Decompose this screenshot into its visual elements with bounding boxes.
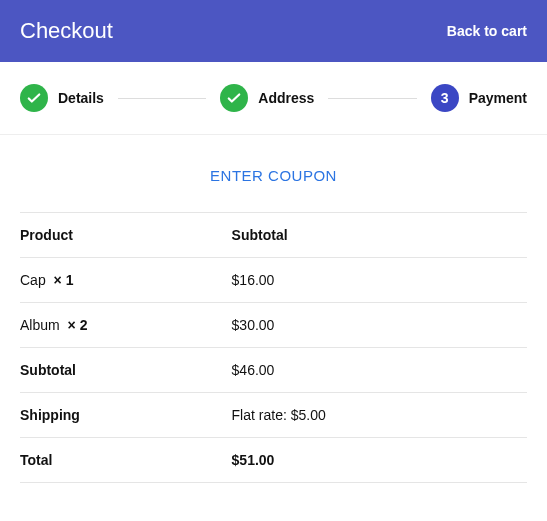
- line-item-name: Cap × 1: [20, 258, 232, 303]
- line-item-qty: × 1: [54, 272, 74, 288]
- total-row: Total $51.00: [20, 438, 527, 483]
- step-payment[interactable]: 3 Payment: [431, 84, 527, 112]
- step-label: Address: [258, 90, 314, 106]
- check-icon: [20, 84, 48, 112]
- shipping-label: Shipping: [20, 393, 232, 438]
- subtotal-value: $46.00: [232, 348, 527, 393]
- table-row: Album × 2 $30.00: [20, 303, 527, 348]
- step-label: Details: [58, 90, 104, 106]
- checkout-main: ENTER COUPON Product Subtotal Cap × 1 $1…: [0, 135, 547, 513]
- subtotal-label: Subtotal: [20, 348, 232, 393]
- line-item-price: $30.00: [232, 303, 527, 348]
- back-to-cart-link[interactable]: Back to cart: [447, 23, 527, 39]
- shipping-row: Shipping Flat rate: $5.00: [20, 393, 527, 438]
- total-label: Total: [20, 438, 232, 483]
- total-value: $51.00: [232, 438, 527, 483]
- step-address[interactable]: Address: [220, 84, 314, 112]
- table-row: Cap × 1 $16.00: [20, 258, 527, 303]
- checkout-header: Checkout Back to cart: [0, 0, 547, 62]
- step-divider: [118, 98, 206, 99]
- step-label: Payment: [469, 90, 527, 106]
- table-header-row: Product Subtotal: [20, 213, 527, 258]
- step-number-icon: 3: [431, 84, 459, 112]
- checkout-steps: Details Address 3 Payment: [0, 62, 547, 135]
- shipping-value: Flat rate: $5.00: [232, 393, 527, 438]
- order-summary-table: Product Subtotal Cap × 1 $16.00 Album × …: [20, 212, 527, 483]
- col-subtotal: Subtotal: [232, 213, 527, 258]
- step-details[interactable]: Details: [20, 84, 104, 112]
- line-item-qty: × 2: [68, 317, 88, 333]
- check-icon: [220, 84, 248, 112]
- col-product: Product: [20, 213, 232, 258]
- subtotal-row: Subtotal $46.00: [20, 348, 527, 393]
- page-title: Checkout: [20, 18, 113, 44]
- line-item-price: $16.00: [232, 258, 527, 303]
- line-item-name: Album × 2: [20, 303, 232, 348]
- step-divider: [328, 98, 416, 99]
- enter-coupon-button[interactable]: ENTER COUPON: [20, 135, 527, 212]
